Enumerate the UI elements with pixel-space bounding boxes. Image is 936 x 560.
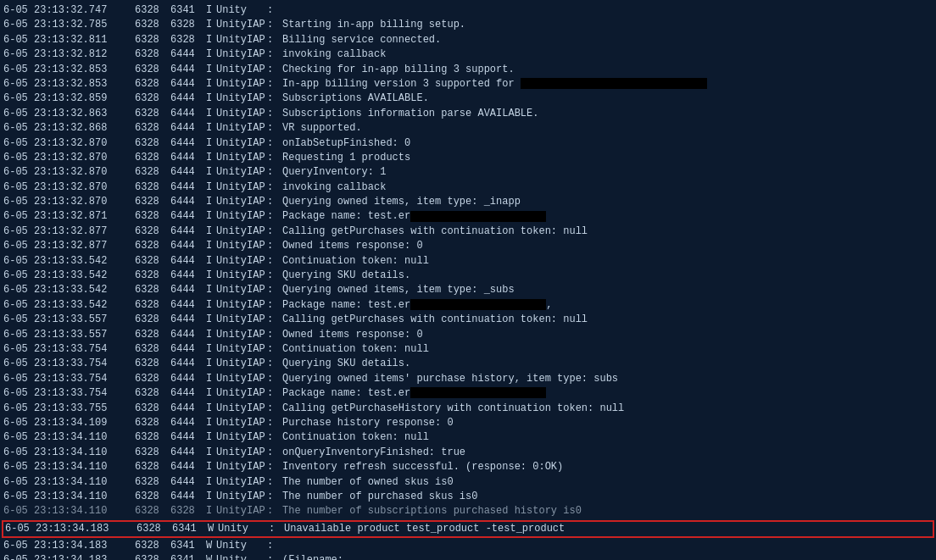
log-msg: Requesting 1 products: [282, 151, 933, 165]
log-msg: Calling getPurchaseHistory with continua…: [282, 402, 933, 416]
log-time: 6-05 23:13:33.557: [3, 328, 135, 342]
log-msg: (Filename:: [282, 553, 933, 560]
log-level: I: [206, 386, 216, 401]
log-msg: Package name: test.er ,: [282, 298, 933, 313]
log-tid: 6444: [170, 269, 206, 283]
log-msg: onIabSetupFinished: 0: [282, 136, 933, 151]
log-sep: :: [267, 33, 282, 47]
log-tid: 6444: [170, 77, 206, 91]
log-tag: UnityIAP: [216, 386, 267, 401]
log-msg: Querying owned items' purchase history, …: [282, 372, 933, 386]
log-tid: 6444: [170, 460, 206, 474]
log-tag: UnityIAP: [216, 180, 267, 195]
log-tag: UnityIAP: [216, 121, 267, 136]
log-tid: 6328: [170, 504, 206, 518]
log-msg: Starting in-app billing setup.: [282, 18, 933, 32]
log-pid: 6328: [135, 47, 170, 62]
log-sep: :: [267, 357, 282, 371]
log-tag: UnityIAP: [216, 283, 267, 297]
log-time: 6-05 23:13:33.754: [3, 386, 135, 401]
log-sep: :: [267, 180, 282, 195]
log-tag: UnityIAP: [216, 165, 267, 180]
log-tag: UnityIAP: [216, 47, 267, 62]
log-line: 6-05 23:13:32.863 6328 6444 I UnityIAP :…: [2, 107, 934, 121]
log-msg: Querying owned items, item type: _inapp: [282, 195, 933, 209]
log-sep: :: [267, 460, 282, 474]
log-sep: :: [267, 342, 282, 357]
log-level: I: [206, 504, 216, 518]
log-level: I: [206, 402, 216, 416]
redacted-block-sm: [410, 299, 546, 310]
log-tag: UnityIAP: [216, 504, 267, 518]
log-pid: 6328: [135, 416, 170, 430]
log-time: 6-05 23:13:32.785: [3, 18, 135, 32]
log-tag: UnityIAP: [216, 33, 267, 47]
log-time: 6-05 23:13:32.870: [3, 151, 135, 165]
log-msg: Subscriptions AVAILABLE.: [282, 91, 933, 106]
log-time: 6-05 23:13:32.859: [3, 91, 135, 106]
log-msg: Querying owned items, item type: _subs: [282, 283, 933, 297]
log-pid: 6328: [135, 77, 170, 91]
log-line: 6-05 23:13:32.871 6328 6444 I UnityIAP :…: [2, 209, 934, 224]
log-pid: 6328: [135, 18, 170, 32]
log-tid: 6444: [170, 402, 206, 416]
log-time: 6-05 23:13:34.183: [5, 522, 136, 536]
log-level: I: [206, 372, 216, 386]
log-level: I: [206, 357, 216, 371]
log-pid: 6328: [135, 446, 170, 460]
log-pid: 6328: [135, 195, 170, 209]
log-level: I: [206, 121, 216, 136]
log-msg: invoking callback: [282, 47, 933, 62]
log-sep: :: [267, 165, 282, 180]
log-time: 6-05 23:13:34.183: [3, 553, 135, 560]
log-msg: invoking callback: [282, 180, 933, 195]
log-tag: UnityIAP: [216, 107, 267, 121]
log-pid: 6328: [135, 33, 170, 47]
log-time: 6-05 23:13:33.542: [3, 254, 135, 269]
log-pid: 6328: [135, 239, 170, 253]
log-msg: onQueryInventoryFinished: true: [282, 446, 933, 460]
log-level: I: [206, 490, 216, 504]
redacted-block-sm: [410, 387, 546, 398]
log-pid: 6328: [135, 254, 170, 269]
log-tid: 6444: [170, 283, 206, 297]
log-pid: 6328: [135, 460, 170, 474]
log-level: I: [206, 107, 216, 121]
log-tag: UnityIAP: [216, 136, 267, 151]
log-pid: 6328: [135, 402, 170, 416]
log-sep: :: [267, 254, 282, 269]
log-tid: 6444: [170, 386, 206, 401]
log-time: 6-05 23:13:32.863: [3, 107, 135, 121]
log-time: 6-05 23:13:32.853: [3, 77, 135, 91]
log-msg: Querying SKU details.: [282, 269, 933, 283]
log-line: 6-05 23:13:33.542 6328 6444 I UnityIAP :…: [2, 283, 934, 297]
log-tid: 6341: [172, 522, 208, 536]
log-sep: :: [267, 475, 282, 490]
log-pid: 6328: [135, 121, 170, 136]
log-time: 6-05 23:13:33.557: [3, 313, 135, 327]
log-time: 6-05 23:13:34.110: [3, 430, 135, 445]
log-msg: [282, 539, 933, 553]
log-tid: 6341: [170, 539, 206, 553]
log-sep: :: [267, 372, 282, 386]
log-line: 6-05 23:13:32.811 6328 6328 I UnityIAP :…: [2, 33, 934, 47]
log-tid: 6341: [170, 3, 206, 18]
log-line: 6-05 23:13:33.542 6328 6444 I UnityIAP :…: [2, 298, 934, 313]
log-sep: :: [267, 313, 282, 327]
log-time: 6-05 23:13:33.754: [3, 342, 135, 357]
log-msg: The number of purchased skus is0: [282, 490, 933, 504]
log-sep: :: [267, 3, 282, 18]
log-tid: 6444: [170, 298, 206, 313]
log-msg: Owned items response: 0: [282, 239, 933, 253]
log-level: I: [206, 239, 216, 253]
log-sep: :: [267, 504, 282, 518]
log-tid: 6444: [170, 121, 206, 136]
log-time: 6-05 23:13:33.755: [3, 402, 135, 416]
log-level: I: [206, 165, 216, 180]
log-sep: :: [267, 430, 282, 445]
log-level: I: [206, 209, 216, 224]
log-tag: UnityIAP: [216, 254, 267, 269]
log-line: 6-05 23:13:32.870 6328 6444 I UnityIAP :…: [2, 136, 934, 151]
log-tag: UnityIAP: [216, 490, 267, 504]
log-line: 6-05 23:13:33.557 6328 6444 I UnityIAP :…: [2, 328, 934, 342]
